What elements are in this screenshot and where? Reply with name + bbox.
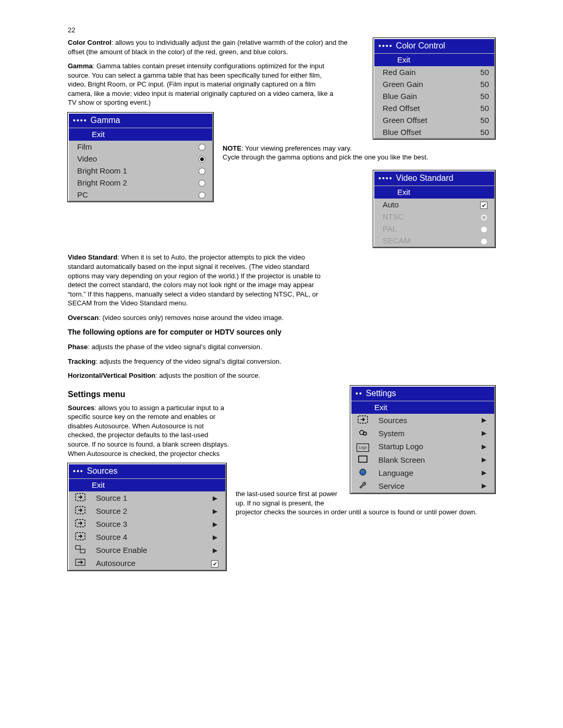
checkbox-icon[interactable]: ✔ — [480, 202, 487, 209]
menu-item[interactable]: Source 4 ▶ — [69, 530, 225, 544]
menu-item[interactable]: PC — [69, 189, 212, 201]
dots-icon: •• — [356, 389, 363, 398]
para-hvpos: Horizontal/Vertical Position: adjusts th… — [68, 371, 495, 380]
checkbox-icon[interactable]: ✔ — [211, 560, 218, 567]
chevron-right-icon: ▶ — [479, 456, 489, 463]
svg-point-4 — [360, 469, 366, 475]
dots-icon: •••• — [73, 116, 88, 125]
menu-item: PAL — [374, 223, 494, 235]
input-icon — [75, 519, 85, 527]
radio-icon[interactable] — [199, 168, 205, 175]
para-overscan: Overscan: (video sources only) removes n… — [68, 313, 495, 323]
para-tracking: Tracking: adjusts the frequency of the v… — [68, 357, 495, 366]
menu-item: SECAM — [374, 235, 494, 246]
chevron-right-icon: ▶ — [210, 521, 220, 528]
osd-video-standard: •••• Video Standard Exit Auto✔ NTSC PAL … — [373, 170, 495, 248]
menu-item[interactable]: Auto✔ — [374, 199, 494, 211]
osd-title: Color Control — [396, 41, 445, 51]
para-phase: Phase: adjusts the phase of the video si… — [68, 342, 495, 352]
menu-item[interactable]: Red Gain50 — [374, 66, 494, 78]
wrench-icon — [358, 481, 368, 489]
osd-title: Sources — [87, 466, 118, 476]
menu-item[interactable]: Bright Room 1 — [69, 165, 212, 177]
radio-icon[interactable] — [199, 156, 205, 163]
input-icon — [75, 532, 85, 540]
osd-title: Gamma — [91, 116, 120, 125]
dots-icon: •••• — [378, 42, 393, 50]
menu-item[interactable]: Film — [69, 141, 212, 153]
menu-item[interactable]: Logo Startup Logo ▶ — [351, 440, 494, 453]
radio-icon — [481, 214, 487, 221]
dots-icon: •••• — [378, 174, 393, 182]
gear-icon — [358, 428, 368, 437]
radio-icon — [481, 226, 487, 233]
logo-icon: Logo — [357, 443, 369, 452]
page-number: 22 — [68, 26, 495, 34]
radio-icon[interactable] — [199, 180, 205, 187]
svg-rect-3 — [359, 456, 367, 462]
menu-item[interactable]: Red Offset50 — [374, 102, 494, 114]
osd-header: ••• Sources — [69, 464, 225, 478]
osd-color-control: •••• Color Control Exit Red Gain50 Green… — [373, 38, 495, 139]
menu-item: NTSC — [374, 211, 494, 223]
heading-hdtv: The following options are for computer o… — [68, 327, 495, 337]
radio-icon — [481, 238, 487, 245]
menu-item-exit[interactable]: Exit — [69, 128, 212, 141]
menu-item-exit[interactable]: Exit — [69, 478, 225, 491]
para-gamma: Gamma: Gamma tables contain preset inten… — [68, 61, 334, 107]
osd-header: •• Settings — [351, 387, 494, 401]
menu-item-exit[interactable]: Exit — [351, 401, 494, 414]
osd-title: Video Standard — [396, 174, 454, 183]
chevron-right-icon: ▶ — [210, 495, 220, 502]
svg-rect-9 — [76, 546, 80, 549]
menu-item[interactable]: Language ▶ — [351, 466, 494, 479]
menu-item[interactable]: Blue Gain50 — [374, 90, 494, 102]
rect-icon — [358, 455, 368, 463]
menu-item[interactable]: System ▶ — [351, 427, 494, 440]
menu-item[interactable]: Source 2 ▶ — [69, 504, 225, 517]
menu-item[interactable]: Sources ▶ — [351, 414, 494, 427]
chevron-right-icon: ▶ — [479, 416, 489, 424]
svg-rect-10 — [80, 549, 85, 553]
chevron-right-icon: ▶ — [210, 534, 220, 541]
radio-icon[interactable] — [199, 192, 205, 199]
input-icon — [75, 506, 85, 514]
chevron-right-icon: ▶ — [479, 443, 489, 450]
input-icon — [358, 415, 368, 424]
autosource-icon — [75, 558, 85, 566]
chevron-right-icon: ▶ — [210, 508, 220, 515]
chevron-right-icon: ▶ — [479, 482, 489, 489]
dots-icon: ••• — [73, 467, 84, 475]
para-sources-1: Sources: allows you to assign a particul… — [68, 403, 229, 458]
input-icon — [75, 493, 85, 501]
osd-title: Settings — [366, 389, 396, 398]
osd-sources: ••• Sources Exit Source 1 ▶ Source 2 ▶ S… — [68, 463, 226, 571]
menu-item[interactable]: Source 1 ▶ — [69, 491, 225, 504]
osd-settings: •• Settings Exit Sources ▶ System ▶ Logo… — [350, 386, 495, 493]
menu-item-exit[interactable]: Exit — [374, 53, 494, 66]
globe-icon — [358, 468, 368, 476]
para-video-standard: Video Standard: When it is set to Auto, … — [68, 253, 328, 307]
osd-header: •••• Gamma — [69, 114, 212, 128]
source-enable-icon — [75, 545, 85, 553]
menu-item[interactable]: Blank Screen ▶ — [351, 453, 494, 466]
menu-item[interactable]: Video — [69, 153, 212, 165]
menu-item[interactable]: Green Offset50 — [374, 114, 494, 126]
osd-header: •••• Video Standard — [374, 171, 494, 186]
osd-gamma: •••• Gamma Exit Film Video Bright Room 1… — [68, 113, 213, 202]
menu-item[interactable]: Bright Room 2 — [69, 177, 212, 189]
osd-header: •••• Color Control — [374, 39, 494, 53]
menu-item[interactable]: Autosource ✔ — [69, 557, 225, 570]
menu-item-exit[interactable]: Exit — [374, 186, 494, 199]
menu-item[interactable]: Source 3 ▶ — [69, 517, 225, 530]
menu-item[interactable]: Service ▶ — [351, 479, 494, 492]
radio-icon[interactable] — [199, 144, 205, 151]
menu-item[interactable]: Blue Offset50 — [374, 126, 494, 138]
menu-item[interactable]: Source Enable ▶ — [69, 544, 225, 557]
chevron-right-icon: ▶ — [479, 469, 489, 476]
menu-item[interactable]: Green Gain50 — [374, 78, 494, 90]
chevron-right-icon: ▶ — [210, 547, 220, 554]
chevron-right-icon: ▶ — [479, 429, 489, 437]
